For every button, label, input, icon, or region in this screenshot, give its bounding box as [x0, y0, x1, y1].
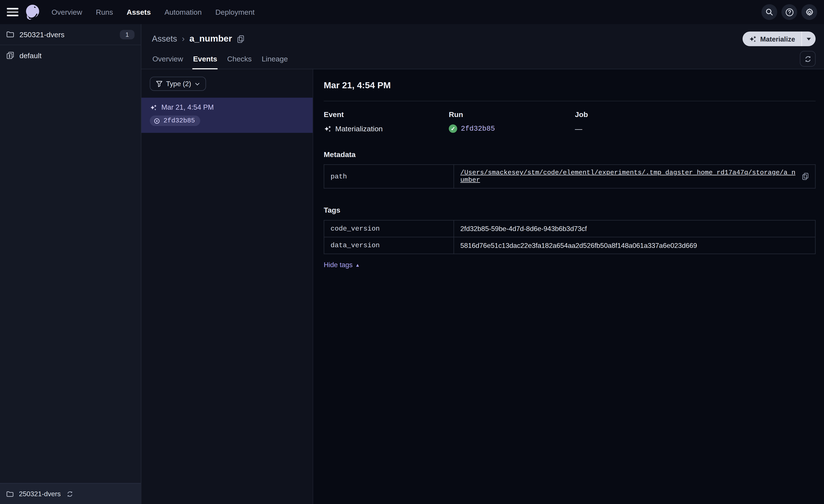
top-nav: Overview Runs Assets Automation Deployme…: [0, 0, 824, 24]
job-value: —: [575, 124, 582, 133]
sidebar-group-row[interactable]: 250321-dvers 1: [0, 24, 141, 45]
detail-divider: [324, 101, 816, 101]
table-row: data_version 5816d76e51c13dac22e3fa182a6…: [324, 237, 815, 254]
tab-bar: Overview Events Checks Lineage: [141, 49, 824, 69]
type-filter-button[interactable]: Type (2): [150, 77, 206, 91]
filter-icon: [156, 81, 163, 87]
event-list-item[interactable]: Mar 21, 4:54 PM 2fd32b85: [141, 98, 313, 132]
folder-icon: [6, 490, 14, 498]
sparkle-icon: [749, 35, 756, 43]
asset-group-icon: [6, 51, 14, 59]
metadata-key: path: [324, 165, 454, 188]
code-location-footer[interactable]: 250321-dvers: [0, 483, 141, 504]
table-row: path /Users/smackesey/stm/code/elementl/…: [324, 165, 815, 188]
tab-overview[interactable]: Overview: [152, 49, 184, 69]
sidebar-group-count-badge: 1: [120, 30, 134, 39]
chevron-down-icon: [807, 38, 811, 40]
copy-path-button[interactable]: [802, 173, 809, 180]
materialize-label: Materialize: [760, 35, 795, 43]
tab-checks[interactable]: Checks: [227, 49, 252, 69]
run-success-icon: ✓: [449, 124, 457, 133]
settings-button[interactable]: [802, 4, 817, 20]
primary-nav: Overview Runs Assets Automation Deployme…: [51, 8, 254, 16]
app-window: Overview Runs Assets Automation Deployme…: [0, 0, 824, 504]
asset-catalog-sidebar: 250321-dvers 1 default: [0, 24, 141, 504]
tag-key: data_version: [324, 237, 454, 254]
tag-key: code_version: [324, 220, 454, 237]
chevron-up-icon: ▲: [355, 262, 360, 267]
run-id-pill[interactable]: 2fd32b85: [150, 116, 200, 126]
folder-icon: [6, 30, 14, 38]
run-id-pill-label: 2fd32b85: [164, 117, 195, 124]
nav-item-runs[interactable]: Runs: [96, 8, 113, 16]
hide-tags-link[interactable]: Hide tags ▲: [324, 261, 360, 269]
tag-value: 2fd32b85-59be-4d7d-8d6e-943b6b3d73cf: [454, 220, 815, 237]
sidebar-item-default[interactable]: default: [0, 45, 141, 66]
type-filter-label: Type (2): [166, 80, 191, 88]
code-location-label: 250321-dvers: [19, 490, 61, 498]
nav-item-deployment[interactable]: Deployment: [215, 8, 254, 16]
refresh-icon: [804, 55, 812, 63]
copy-asset-name-button[interactable]: [237, 35, 244, 43]
asset-detail-main: Assets › a_number: [141, 24, 824, 504]
copy-icon: [237, 35, 244, 43]
events-list-panel: Type (2): [141, 69, 313, 504]
run-status-icon: [153, 117, 161, 124]
sidebar-group-label: 250321-dvers: [19, 30, 114, 39]
event-type-value: Materialization: [335, 124, 383, 133]
breadcrumb-separator: ›: [182, 34, 185, 44]
event-summary-columns: Event Materialization: [324, 110, 816, 133]
job-column-label: Job: [575, 110, 816, 119]
nav-item-automation[interactable]: Automation: [165, 8, 202, 16]
materialize-split-button: Materialize: [742, 31, 816, 46]
chevron-down-icon: [195, 82, 200, 86]
event-column-label: Event: [324, 110, 449, 119]
reload-location-icon[interactable]: [66, 490, 73, 498]
hamburger-menu-icon[interactable]: [7, 8, 18, 16]
nav-item-overview[interactable]: Overview: [51, 8, 82, 16]
table-row: code_version 2fd32b85-59be-4d7d-8d6e-943…: [324, 220, 815, 237]
materialization-sparkle-icon: [150, 104, 157, 111]
refresh-button[interactable]: [800, 51, 816, 67]
materialize-dropdown-button[interactable]: [802, 31, 816, 46]
tag-value: 5816d76e51c13dac22e3fa182a654aa2d526fb50…: [454, 237, 815, 254]
page-header: Assets › a_number: [141, 24, 824, 46]
gear-icon: [805, 8, 814, 16]
search-button[interactable]: [761, 4, 777, 20]
run-column-label: Run: [449, 110, 575, 119]
event-timestamp: Mar 21, 4:54 PM: [161, 103, 214, 111]
hide-tags-label: Hide tags: [324, 261, 352, 269]
page-title: a_number: [189, 33, 232, 44]
dagster-logo-icon[interactable]: [24, 4, 41, 20]
materialize-button[interactable]: Materialize: [742, 31, 802, 46]
metadata-table: path /Users/smackesey/stm/code/elementl/…: [324, 164, 816, 188]
metadata-heading: Metadata: [324, 150, 816, 158]
run-id-link[interactable]: 2fd32b85: [461, 125, 495, 132]
tab-events[interactable]: Events: [193, 49, 218, 69]
breadcrumb: Assets › a_number: [152, 33, 244, 44]
metadata-path-link[interactable]: /Users/smackesey/stm/code/elementl/exper…: [460, 169, 798, 184]
search-icon: [765, 8, 774, 16]
tags-table: code_version 2fd32b85-59be-4d7d-8d6e-943…: [324, 220, 816, 254]
breadcrumb-assets-link[interactable]: Assets: [152, 34, 177, 44]
tags-heading: Tags: [324, 206, 816, 214]
event-detail-panel: Mar 21, 4:54 PM Event: [313, 69, 824, 504]
tab-lineage[interactable]: Lineage: [261, 49, 288, 69]
materialization-sparkle-icon: [324, 125, 331, 132]
event-detail-title: Mar 21, 4:54 PM: [324, 80, 816, 91]
help-icon: [785, 8, 794, 16]
help-button[interactable]: [781, 4, 797, 20]
sidebar-item-label: default: [19, 51, 135, 60]
copy-icon: [802, 173, 809, 180]
nav-item-assets[interactable]: Assets: [127, 8, 151, 16]
